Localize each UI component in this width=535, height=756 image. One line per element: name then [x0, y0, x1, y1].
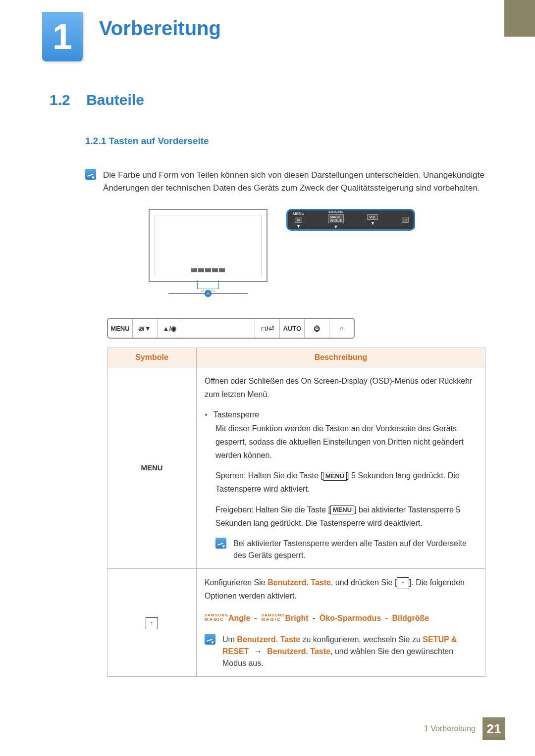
- footer-page-number: 21: [482, 717, 505, 740]
- subsection-number: 1.2.1: [85, 136, 106, 146]
- section-title: Bauteile: [86, 92, 144, 108]
- section-number: 1.2: [50, 92, 70, 108]
- subsection-title: Tasten auf Vorderseite: [109, 136, 209, 146]
- description-table: Symbole Beschreibung MENU Öffnen oder Sc…: [107, 348, 485, 677]
- menu-key-inline: MENU: [323, 472, 347, 481]
- strip-power: ⏻: [305, 319, 329, 338]
- strip-menu: MENU: [108, 319, 133, 338]
- page-footer: 1 Vorbereitung 21: [424, 717, 505, 740]
- strip-down: ⎚/▼: [133, 319, 158, 338]
- chapter-title: Vorbereitung: [99, 17, 221, 40]
- panel-source-group: ◻: [402, 217, 409, 223]
- magic-label: SAMSUNGMAGIC: [262, 613, 285, 622]
- row2-desc1: Konfigurieren Sie Benutzerd. Taste, und …: [205, 576, 477, 603]
- monitor-button-area: [183, 266, 233, 274]
- strip-blank: [182, 319, 256, 338]
- panel-menu-group: MENU ▭ ▼: [293, 211, 305, 229]
- bullet-icon: •: [205, 410, 208, 419]
- diagram-row: SAMSUNG A MENU ▭ ▼ SAMSUNG MAGICANGLE ▼ …: [149, 209, 485, 293]
- chapter-badge: 1: [42, 12, 83, 61]
- row1-note: Bei aktivierter Tastensperre werden alle…: [215, 538, 477, 561]
- top-right-tab: [504, 0, 535, 37]
- monitor-diagram: SAMSUNG A: [149, 209, 268, 293]
- strip-up: ▲/◉: [158, 319, 182, 338]
- subsection-heading: 1.2.1 Tasten auf Vorderseite: [85, 136, 485, 147]
- desc-menu: Öffnen oder Schließen des On Screen-Disp…: [197, 367, 485, 569]
- intro-note-block: Die Farbe und Form von Teilen können sic…: [85, 169, 485, 194]
- symbol-menu: MENU: [107, 367, 197, 569]
- desc-up: Konfigurieren Sie Benutzerd. Taste, und …: [197, 568, 485, 677]
- chapter-number: 1: [53, 16, 72, 57]
- row1-desc3: Sperren: Halten Sie die Taste [MENU] 5 S…: [215, 469, 477, 496]
- table-row: MENU Öffnen oder Schließen des On Screen…: [107, 367, 485, 569]
- strip-auto: AUTO: [280, 319, 305, 338]
- intro-note-text: Die Farbe und Form von Teilen können sic…: [103, 169, 485, 194]
- row1-note-text: Bei aktivierter Tastensperre werden alle…: [233, 538, 477, 561]
- th-description: Beschreibung: [197, 348, 485, 367]
- magic-label: SAMSUNGMAGIC: [205, 613, 228, 622]
- strip-led: ○: [329, 319, 354, 338]
- panel-magic-group: SAMSUNG MAGICANGLE ▼: [328, 210, 344, 229]
- callout-lines: [197, 280, 219, 289]
- panel-vol-group: VOL ▼: [367, 214, 378, 226]
- th-symbol: Symbole: [107, 348, 197, 367]
- note-icon: [85, 169, 96, 180]
- symbol-up: ↑: [107, 568, 197, 677]
- row2-note: Um Benutzerd. Taste zu konfigurieren, we…: [205, 634, 477, 669]
- row1-bullet-title: Tastensperre: [214, 410, 260, 419]
- row2-note-text: Um Benutzerd. Taste zu konfigurieren, we…: [222, 634, 477, 669]
- monitor-screen: [149, 209, 268, 282]
- note-icon: [205, 634, 215, 645]
- row1-desc4: Freigeben: Halten Sie die Taste [MENU] b…: [215, 503, 477, 530]
- content-area: 1.2 Bauteile 1.2.1 Tasten auf Vorderseit…: [50, 92, 485, 677]
- up-key-icon: ↑: [397, 577, 409, 589]
- section-heading: 1.2 Bauteile: [50, 92, 485, 108]
- strip-source: ◻/⏎: [255, 319, 280, 338]
- note-icon: [215, 538, 226, 549]
- menu-key-inline: MENU: [330, 505, 354, 514]
- row1-desc2: Mit dieser Funktion werden die Tasten an…: [215, 422, 477, 462]
- marker-a: A: [205, 290, 212, 297]
- options-line: SAMSUNGMAGICAngle - SAMSUNGMAGICBright -…: [205, 611, 477, 625]
- button-strip: MENU ⎚/▼ ▲/◉ ◻/⏎ AUTO ⏻ ○: [107, 318, 355, 339]
- row1-desc1: Öffnen oder Schließen des On Screen-Disp…: [205, 374, 477, 401]
- up-key-icon: ↑: [146, 617, 158, 629]
- footer-text: 1 Vorbereitung: [424, 724, 476, 733]
- table-row: ↑ Konfigurieren Sie Benutzerd. Taste, un…: [107, 568, 485, 677]
- detail-panel: MENU ▭ ▼ SAMSUNG MAGICANGLE ▼ VOL ▼ ◻: [286, 209, 415, 231]
